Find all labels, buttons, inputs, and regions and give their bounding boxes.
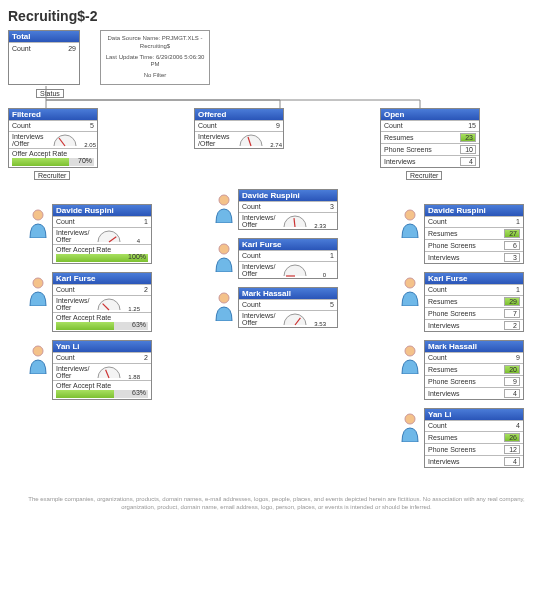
open-card: Open Count 15 Resumes 23 Phone Screens 1…	[380, 108, 480, 168]
filtered-column: Filtered Count 5 Interviews /Offer 2.05 …	[8, 108, 173, 476]
count-label: Count	[242, 252, 261, 259]
open-count: 15	[468, 122, 476, 129]
person-icon	[212, 193, 236, 223]
resumes-label: Resumes	[428, 434, 458, 441]
interviews-label: Interviews	[428, 458, 460, 465]
count-label: Count	[56, 218, 75, 225]
count-label: Count	[242, 203, 261, 210]
gauge-icon: 3.53	[282, 312, 308, 326]
ratio-label: Interviews/ Offer	[56, 229, 94, 243]
person-icon	[26, 276, 50, 306]
open-interviews: 4	[460, 157, 476, 166]
offered-ratio: 2.74	[270, 142, 282, 148]
count-label: Count	[242, 301, 261, 308]
open-resumes: 23	[460, 133, 476, 142]
resumes: 26	[504, 433, 520, 442]
interviews: 4	[504, 457, 520, 466]
svg-point-8	[219, 195, 229, 205]
rate: 63%	[132, 389, 146, 396]
count-label: Count	[428, 422, 447, 429]
person-icon	[26, 344, 50, 374]
rate: 63%	[132, 321, 146, 328]
recruiter-node: Mark HassallCount5Interviews/ Offer3.53	[212, 287, 359, 328]
datasource-info: Data Source Name: PRJMGT.XLS - Recruitin…	[100, 30, 210, 85]
gauge-icon: 2.74	[238, 133, 264, 147]
recruiter-name: Davide Ruspini	[239, 190, 337, 201]
count-label: Count	[428, 354, 447, 361]
gauge-val: 0	[323, 272, 326, 278]
ratio-label: Interviews/ Offer	[242, 214, 280, 228]
interviews-label: Interviews	[428, 322, 460, 329]
phone: 6	[504, 241, 520, 250]
gauge-icon: 2.33	[282, 214, 308, 228]
count: 5	[330, 301, 334, 308]
gauge-val: 1.88	[128, 374, 140, 380]
open-header: Open	[381, 109, 479, 120]
offered-card: Offered Count 9 Interviews /Offer 2.74	[194, 108, 284, 149]
count: 9	[516, 354, 520, 361]
filtered-rate-label: Offer Accept Rate	[12, 150, 67, 157]
recruiter-name: Karl Furse	[425, 273, 523, 284]
phone: 7	[504, 309, 520, 318]
total-card: Total Count 29	[8, 30, 80, 85]
status-tag: Status	[36, 89, 64, 98]
recruiter-node: Mark HassallCount9Resumes20Phone Screens…	[398, 340, 545, 400]
page-title: Recruiting$-2	[8, 8, 545, 24]
resumes: 20	[504, 365, 520, 374]
rate: 100%	[128, 253, 146, 260]
count: 4	[516, 422, 520, 429]
filtered-count: 5	[90, 122, 94, 129]
recruiter-node: Karl FurseCount1Resumes29Phone Screens7I…	[398, 272, 545, 332]
recruiter-name: Mark Hassall	[239, 288, 337, 299]
interviews: 4	[504, 389, 520, 398]
offered-header: Offered	[195, 109, 283, 120]
svg-point-15	[405, 278, 415, 288]
recruiter-name: Karl Furse	[239, 239, 337, 250]
info-filter: No Filter	[105, 72, 205, 80]
filtered-count-label: Count	[12, 122, 31, 129]
total-count-label: Count	[12, 45, 31, 52]
interviews: 3	[504, 253, 520, 262]
person-icon	[212, 291, 236, 321]
count: 1	[330, 252, 334, 259]
recruiter-node: Davide RuspiniCount3Interviews/ Offer2.3…	[212, 189, 359, 230]
resumes-label: Resumes	[428, 298, 458, 305]
count-label: Count	[428, 286, 447, 293]
rate-label: Offer Accept Rate	[56, 246, 111, 253]
count-label: Count	[56, 354, 75, 361]
recruiter-node: Karl FurseCount2Interviews/ Offer1.25Off…	[26, 272, 173, 332]
svg-point-16	[405, 346, 415, 356]
gauge-icon: 4	[96, 229, 122, 243]
filtered-ratio-label: Interviews /Offer	[12, 133, 50, 147]
person-icon	[398, 208, 422, 238]
person-icon	[212, 242, 236, 272]
gauge-icon: 1.88	[96, 365, 122, 379]
svg-point-17	[405, 414, 415, 424]
recruiter-node: Yan LiCount4Resumes26Phone Screens12Inte…	[398, 408, 545, 468]
phone: 9	[504, 377, 520, 386]
count: 1	[144, 218, 148, 225]
recruiter-node: Davide RuspiniCount1Interviews/ Offer4Of…	[26, 204, 173, 264]
interviews-label: Interviews	[428, 254, 460, 261]
info-updated: Last Update Time: 6/29/2006 5:06:30 PM	[105, 54, 205, 70]
recruiter-node: Davide RuspiniCount1Resumes27Phone Scree…	[398, 204, 545, 264]
resumes-label: Resumes	[428, 230, 458, 237]
recruiter-name: Mark Hassall	[425, 341, 523, 352]
gauge-icon: 1.25	[96, 297, 122, 311]
rate-label: Offer Accept Rate	[56, 314, 111, 321]
svg-point-1	[33, 210, 43, 220]
filtered-rate: 70%	[78, 157, 92, 164]
resumes: 27	[504, 229, 520, 238]
gauge-val: 3.53	[314, 321, 326, 327]
count: 3	[330, 203, 334, 210]
phone-label: Phone Screens	[428, 242, 476, 249]
total-header: Total	[9, 31, 79, 42]
recruiter-node: Karl FurseCount1Interviews/ Offer0	[212, 238, 359, 279]
open-resumes-label: Resumes	[384, 134, 414, 141]
count: 1	[516, 286, 520, 293]
recruiter-node: Yan LiCount2Interviews/ Offer1.88Offer A…	[26, 340, 173, 400]
interviews: 2	[504, 321, 520, 330]
open-phone-label: Phone Screens	[384, 146, 432, 153]
filtered-card: Filtered Count 5 Interviews /Offer 2.05 …	[8, 108, 98, 168]
recruiter-name: Yan Li	[425, 409, 523, 420]
